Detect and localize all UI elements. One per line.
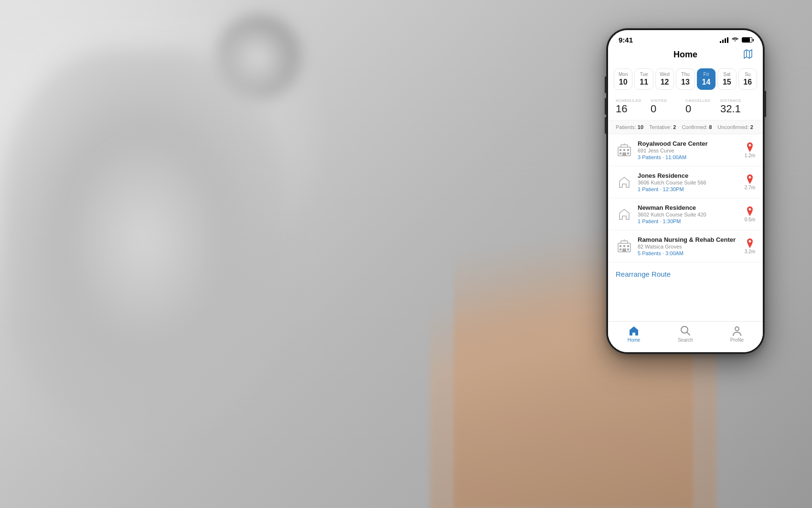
cal-day-sat[interactable]: Sat 15: [717, 68, 736, 90]
stat-label: SCHEDULED: [616, 98, 641, 103]
building-icon: [617, 143, 631, 157]
svg-rect-15: [627, 249, 629, 250]
signal-icon: [720, 37, 728, 43]
phone-screen: 9:41: [608, 30, 763, 352]
visit-meta: 3 Patients · 11:00AM: [638, 154, 741, 160]
visit-list: Royalwood Care Center 691 Jess Curve 3 P…: [608, 134, 763, 262]
svg-rect-6: [620, 152, 621, 154]
visit-type-icon: [616, 238, 633, 255]
distance-text: 3.2m: [745, 249, 755, 254]
stat-value: 0: [651, 103, 656, 115]
svg-rect-3: [620, 149, 621, 151]
visit-info: Newman Residence 3602 Kutch Course Suite…: [638, 204, 741, 224]
house-icon: [618, 175, 631, 189]
stat-value: 16: [616, 103, 627, 115]
svg-rect-7: [627, 152, 629, 154]
distance-text: 1.2m: [745, 153, 755, 158]
tab-home-label: Home: [628, 337, 641, 343]
cal-day-tue[interactable]: Tue 11: [634, 68, 653, 90]
visit-meta: 1 Patient · 1:30PM: [638, 218, 741, 224]
stat-label: VISITED: [651, 98, 667, 103]
app-header: Home: [608, 46, 763, 65]
cal-day-name: Fri: [704, 72, 709, 77]
visit-distance: 2.7m: [745, 174, 755, 190]
tab-search-label: Search: [678, 337, 693, 343]
battery-icon: [742, 37, 752, 43]
stat-label: CANCELLED: [685, 98, 711, 103]
cal-day-num: 12: [661, 78, 669, 86]
visit-address: 82 Watsica Groves: [638, 244, 741, 249]
svg-rect-14: [620, 249, 621, 250]
patients-summary-bar: Patients: 10 Tentative: 2 Confirmed: 8 U…: [608, 120, 763, 134]
visit-type-icon: [616, 205, 633, 223]
visit-item-4[interactable]: Ramona Nursing & Rehab Center 82 Watsica…: [608, 230, 763, 262]
map-icon-button[interactable]: [743, 49, 753, 62]
svg-line-19: [687, 332, 690, 335]
stat-cancelled: CANCELLED 0: [685, 98, 720, 115]
cal-day-name: Sat: [723, 72, 730, 77]
status-time: 9:41: [619, 36, 633, 44]
stat-value: 32.1: [720, 103, 741, 115]
stat-visited: VISITED 0: [651, 98, 685, 115]
svg-point-20: [735, 327, 739, 331]
house-icon: [618, 207, 631, 221]
search-icon: [680, 325, 691, 336]
svg-rect-4: [623, 149, 625, 151]
tab-home[interactable]: Home: [608, 325, 660, 343]
page-title: Home: [673, 50, 697, 60]
visit-info: Royalwood Care Center 691 Jess Curve 3 P…: [638, 140, 741, 160]
cal-day-name: Su: [745, 72, 750, 77]
patients-count: Patients: 10: [616, 124, 643, 130]
visit-name: Newman Residence: [638, 204, 741, 211]
phone-body: 9:41: [607, 29, 764, 354]
visit-name: Royalwood Care Center: [638, 140, 741, 147]
rearrange-route-label: Rearrange Route: [616, 270, 671, 278]
visit-item-2[interactable]: Jones Residence 3606 Kutch Course Suite …: [608, 166, 763, 198]
pin-icon: [746, 206, 754, 216]
visit-distance: 1.2m: [745, 142, 755, 158]
visit-info: Jones Residence 3606 Kutch Course Suite …: [638, 172, 741, 192]
cal-day-thu[interactable]: Thu 13: [676, 68, 694, 90]
visit-info: Ramona Nursing & Rehab Center 82 Watsica…: [638, 236, 741, 256]
stat-scheduled: SCHEDULED 16: [616, 98, 651, 115]
cal-day-name: Mon: [619, 72, 628, 77]
stat-distance: DISTANCE 32.1: [720, 98, 755, 115]
stats-row: SCHEDULED 16 VISITED 0 CANCELLED 0 DISTA…: [608, 94, 763, 120]
visit-item-3[interactable]: Newman Residence 3602 Kutch Course Suite…: [608, 198, 763, 230]
cal-day-wed[interactable]: Wed 12: [655, 68, 674, 90]
tab-bar: Home Search Profile: [608, 321, 763, 352]
svg-rect-8: [622, 152, 626, 156]
stat-value: 0: [685, 103, 691, 115]
visit-meta: 1 Patient · 12:30PM: [638, 186, 741, 192]
tab-profile[interactable]: Profile: [711, 325, 763, 343]
svg-rect-11: [620, 245, 621, 247]
cal-day-num: 16: [743, 78, 752, 86]
home-icon: [628, 325, 640, 336]
rearrange-route-button[interactable]: Rearrange Route: [608, 262, 763, 286]
visit-item-1[interactable]: Royalwood Care Center 691 Jess Curve 3 P…: [608, 134, 763, 166]
cal-day-name: Tue: [640, 72, 648, 77]
cal-day-mon[interactable]: Mon 10: [614, 68, 632, 90]
cal-day-name: Wed: [660, 72, 669, 77]
visit-type-icon: [616, 173, 633, 191]
tentative-count: Tentative: 2: [649, 124, 676, 130]
confirmed-count: Confirmed: 8: [682, 124, 712, 130]
wifi-icon: [732, 37, 738, 43]
cal-day-fri[interactable]: Fri 14: [697, 68, 716, 90]
tab-profile-label: Profile: [730, 337, 744, 343]
distance-text: 2.7m: [745, 185, 755, 190]
phone-device: 9:41: [607, 29, 764, 354]
building-icon: [617, 239, 631, 253]
pin-icon: [746, 238, 754, 248]
pin-icon: [746, 174, 754, 184]
visit-distance: 0.5m: [745, 206, 755, 222]
status-icons: [720, 37, 752, 43]
profile-icon: [732, 325, 742, 336]
unconfirmed-count: Unconfirmed: 2: [717, 124, 753, 130]
cal-day-num: 15: [723, 78, 731, 86]
cal-day-su[interactable]: Su 16: [738, 68, 757, 90]
visit-type-icon: [616, 141, 633, 159]
tab-search[interactable]: Search: [660, 325, 711, 343]
cal-day-num: 10: [619, 78, 628, 86]
visit-meta: 5 Patients · 3:00AM: [638, 250, 741, 256]
